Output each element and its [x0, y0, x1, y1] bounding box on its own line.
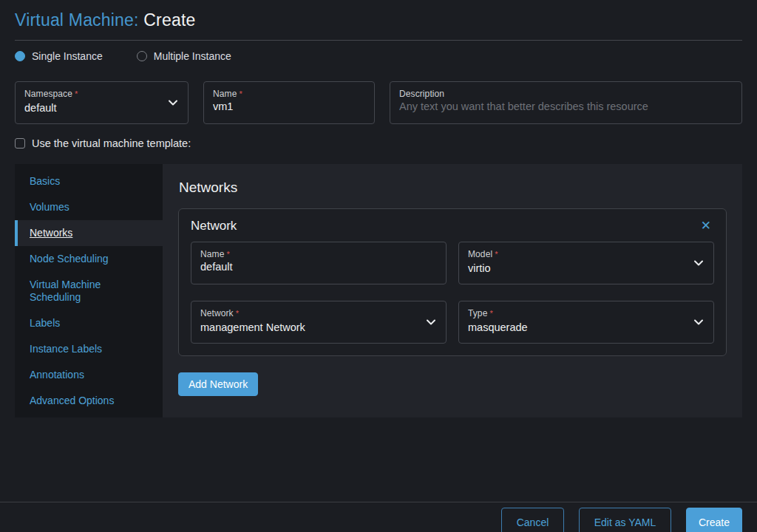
use-template-label: Use the virtual machine template: [32, 137, 191, 149]
tab-networks[interactable]: Networks [15, 220, 163, 246]
type-select[interactable]: Type* masquerade [458, 301, 714, 344]
tab-instance-labels[interactable]: Instance Labels [15, 336, 163, 362]
model-select[interactable]: Model* virtio [458, 242, 714, 284]
tab-node-scheduling[interactable]: Node Scheduling [15, 246, 163, 272]
radio-multiple-instance-label: Multiple Instance [154, 50, 231, 62]
required-asterisk: * [226, 250, 229, 259]
checkbox-unchecked-icon [15, 138, 25, 149]
close-icon[interactable]: ✕ [698, 218, 714, 233]
network-name-input[interactable] [200, 261, 437, 273]
page-title: Virtual Machine: Create [15, 10, 742, 30]
top-form-row: Namespace* default Name* Description [15, 81, 742, 124]
name-label: Name* [213, 89, 365, 99]
radio-checked-icon [15, 51, 25, 61]
name-field[interactable]: Name* [203, 81, 375, 124]
tab-vm-scheduling[interactable]: Virtual Machine Scheduling [15, 272, 163, 310]
network-card-header: Network ✕ [191, 218, 714, 233]
footer-action-bar: Cancel Edit as YAML Create [0, 502, 757, 532]
tab-labels[interactable]: Labels [15, 310, 163, 336]
network-name-label: Name* [200, 249, 437, 259]
network-card: Network ✕ Name* Model* virtio [178, 208, 727, 356]
tab-volumes[interactable]: Volumes [15, 194, 163, 220]
create-button[interactable]: Create [686, 508, 742, 532]
tab-advanced-options[interactable]: Advanced Options [15, 388, 163, 414]
cancel-button[interactable]: Cancel [501, 508, 564, 532]
tab-annotations[interactable]: Annotations [15, 362, 163, 388]
edit-as-yaml-button[interactable]: Edit as YAML [579, 508, 671, 532]
vm-create-page: Virtual Machine: Create Single Instance … [0, 10, 757, 532]
model-label: Model* [468, 249, 705, 259]
radio-unchecked-icon [137, 51, 147, 61]
type-value: masquerade [468, 321, 705, 333]
required-asterisk: * [495, 250, 498, 259]
required-asterisk: * [75, 89, 78, 98]
model-value: virtio [468, 262, 705, 274]
required-asterisk: * [489, 309, 492, 318]
namespace-value: default [24, 102, 179, 114]
network-card-grid: Name* Model* virtio [191, 242, 714, 344]
description-input[interactable] [399, 100, 733, 112]
vm-config-tabs: Basics Volumes Networks Node Scheduling … [15, 164, 742, 417]
instance-mode-radio-group: Single Instance Multiple Instance [15, 50, 742, 62]
network-value: management Network [200, 321, 437, 333]
radio-single-instance-label: Single Instance [32, 50, 103, 62]
tab-basics[interactable]: Basics [15, 168, 163, 194]
header-divider [15, 40, 742, 41]
namespace-label: Namespace* [24, 89, 179, 99]
network-select[interactable]: Network* management Network [191, 301, 447, 344]
required-asterisk: * [236, 309, 239, 318]
network-label: Network* [200, 308, 437, 318]
use-template-checkbox[interactable]: Use the virtual machine template: [15, 137, 742, 149]
network-name-field[interactable]: Name* [191, 242, 447, 284]
radio-multiple-instance[interactable]: Multiple Instance [137, 50, 231, 62]
description-label: Description [399, 89, 733, 99]
description-field[interactable]: Description [390, 81, 742, 124]
page-title-type: Virtual Machine: [15, 10, 139, 30]
name-input[interactable] [213, 100, 365, 112]
required-asterisk: * [239, 89, 242, 98]
tab-sidebar: Basics Volumes Networks Node Scheduling … [15, 164, 163, 417]
add-network-button[interactable]: Add Network [178, 372, 258, 396]
type-label: Type* [468, 308, 705, 318]
panel-heading: Networks [179, 180, 727, 196]
page-title-action: Create [143, 10, 195, 30]
network-card-title: Network [191, 219, 237, 233]
networks-panel: Networks Network ✕ Name* Mode [163, 164, 742, 417]
namespace-select[interactable]: Namespace* default [15, 81, 189, 124]
radio-single-instance[interactable]: Single Instance [15, 50, 103, 62]
